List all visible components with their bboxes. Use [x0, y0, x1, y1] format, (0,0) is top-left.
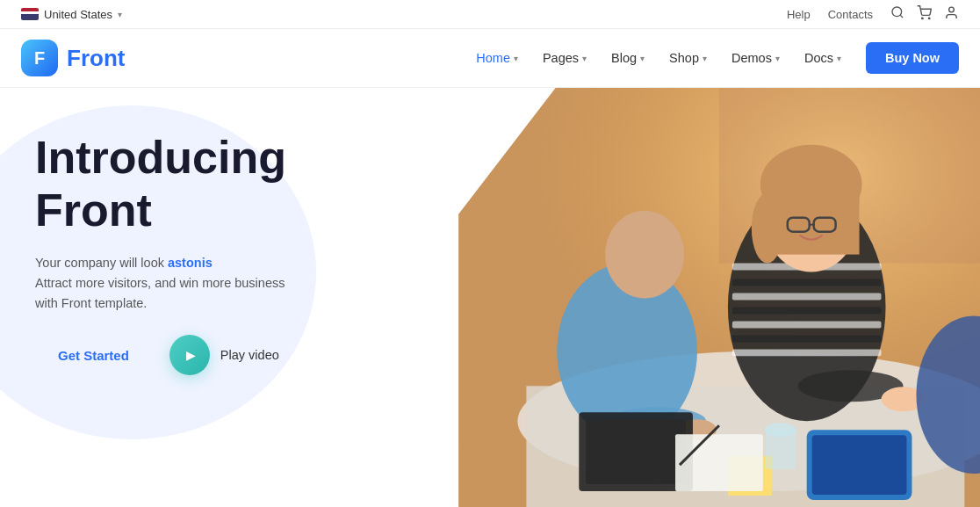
hero-section: Introducing Front Your company will look… [0, 88, 980, 507]
svg-rect-37 [675, 434, 763, 491]
play-icon: ▶ [169, 335, 210, 375]
home-chevron-icon: ▾ [514, 54, 518, 63]
svg-rect-18 [732, 349, 882, 356]
buy-now-button[interactable]: Buy Now [866, 42, 959, 74]
cart-icon[interactable] [917, 5, 932, 23]
hero-title: Introducing Front [35, 132, 455, 237]
get-started-button[interactable]: Get Started [35, 337, 152, 374]
svg-rect-39 [766, 430, 796, 469]
logo-text: Front [67, 45, 125, 72]
top-bar-nav: Help Contacts [787, 5, 959, 23]
search-icon[interactable] [890, 5, 904, 23]
contacts-link[interactable]: Contacts [828, 8, 873, 21]
svg-point-4 [949, 7, 955, 12]
play-video-button[interactable]: ▶ Play video [169, 335, 279, 375]
nav-pages[interactable]: Pages ▾ [543, 51, 587, 65]
hero-description: Your company will look astonis Attract m… [35, 253, 369, 315]
country-label: United States [44, 8, 112, 21]
svg-point-3 [928, 18, 929, 18]
nav-demos[interactable]: Demos ▾ [731, 51, 780, 65]
demos-chevron-icon: ▾ [775, 54, 780, 63]
svg-line-1 [900, 15, 903, 18]
svg-point-22 [752, 193, 783, 264]
svg-point-29 [605, 211, 684, 299]
hero-actions: Get Started ▶ Play video [35, 335, 455, 375]
svg-rect-15 [732, 307, 882, 314]
svg-rect-16 [732, 321, 882, 328]
nav-docs[interactable]: Docs ▾ [804, 51, 841, 65]
top-bar-icons [890, 5, 959, 23]
hero-image-area [458, 88, 980, 507]
pages-chevron-icon: ▾ [582, 54, 587, 63]
nav-shop[interactable]: Shop ▾ [669, 51, 707, 65]
svg-rect-17 [732, 335, 882, 342]
nav-home[interactable]: Home ▾ [476, 51, 518, 65]
nav-links: Home ▾ Pages ▾ Blog ▾ Shop ▾ Demos ▾ Doc… [476, 42, 959, 74]
top-bar: United States ▾ Help Contacts [0, 0, 980, 29]
svg-rect-33 [812, 435, 907, 495]
hero-highlight-link[interactable]: astonis [168, 256, 213, 270]
play-video-label: Play video [220, 348, 279, 362]
svg-point-2 [922, 18, 923, 18]
docs-chevron-icon: ▾ [837, 54, 841, 63]
shop-chevron-icon: ▾ [703, 54, 707, 63]
chevron-down-icon: ▾ [118, 10, 122, 19]
svg-rect-13 [732, 279, 882, 286]
blog-chevron-icon: ▾ [640, 54, 645, 63]
user-icon[interactable] [944, 5, 959, 23]
svg-point-0 [892, 7, 902, 17]
logo[interactable]: F Front [21, 40, 125, 76]
hero-image [458, 88, 980, 507]
svg-rect-35 [586, 419, 686, 484]
hero-content: Introducing Front Your company will look… [0, 88, 490, 507]
country-selector[interactable]: United States ▾ [21, 8, 122, 21]
logo-icon: F [21, 40, 58, 76]
nav-blog[interactable]: Blog ▾ [611, 51, 645, 65]
help-link[interactable]: Help [787, 8, 811, 21]
main-nav: F Front Home ▾ Pages ▾ Blog ▾ Shop ▾ Dem… [0, 29, 980, 88]
flag-icon [21, 8, 39, 20]
svg-rect-14 [732, 293, 882, 301]
